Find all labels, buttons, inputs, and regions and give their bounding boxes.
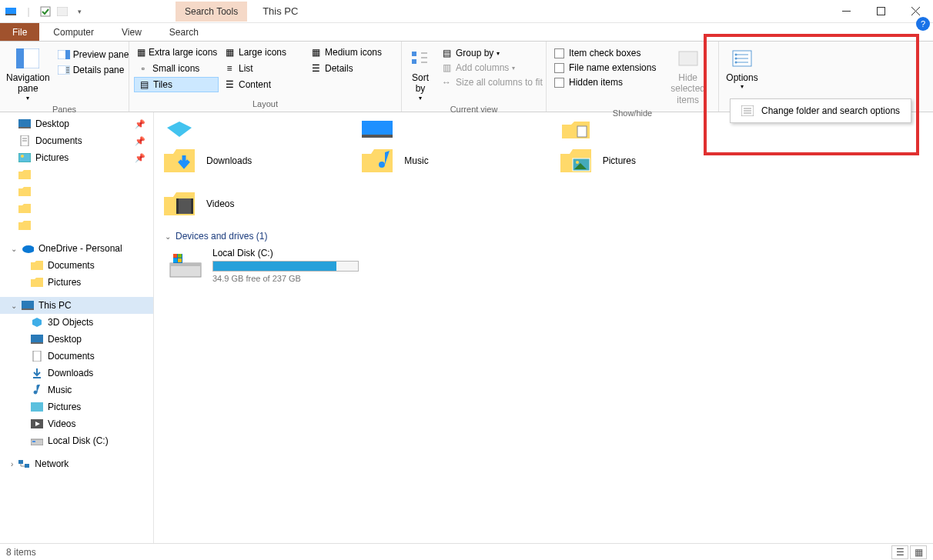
nav-onedrive-documents[interactable]: Documents — [0, 257, 153, 274]
layout-extra-large[interactable]: ▦Extra large icons — [134, 45, 219, 60]
qat-dropdown-icon[interactable]: ▾ — [72, 5, 86, 18]
nav-local-disk[interactable]: Local Disk (C:) — [0, 432, 153, 449]
layout-tiles[interactable]: ▤Tiles — [134, 77, 219, 92]
small-icon: ▫ — [137, 62, 149, 75]
svg-rect-30 — [18, 127, 31, 128]
layout-content[interactable]: ☰Content — [220, 77, 305, 92]
svg-point-36 — [22, 245, 34, 253]
dropdown-icon: ▾ — [497, 50, 500, 57]
minimize-button[interactable] — [829, 0, 864, 23]
svg-point-35 — [21, 155, 24, 158]
svg-rect-38 — [22, 308, 34, 310]
nav-onedrive[interactable]: ⌄OneDrive - Personal — [0, 240, 153, 257]
large-icon: ▦ — [223, 46, 236, 58]
folder-tile-partial-1[interactable] — [162, 117, 354, 138]
item-check-boxes-checkbox[interactable]: Item check boxes — [551, 46, 659, 60]
properties-icon[interactable] — [38, 5, 52, 18]
tiles-icon: ▤ — [138, 78, 150, 91]
help-icon[interactable]: ? — [916, 17, 930, 31]
preview-pane-icon — [58, 48, 70, 61]
nav-downloads-pc[interactable]: Downloads — [0, 365, 153, 382]
hide-selected-label: Hide selected items — [664, 72, 712, 105]
qat-separator: | — [22, 5, 35, 18]
tab-view[interactable]: View — [108, 23, 156, 41]
content-area: Downloads Music Pictures Videos ⌄ Device… — [154, 112, 933, 543]
svg-rect-15 — [412, 52, 416, 56]
nav-pane-label: Navigation pane — [6, 72, 50, 95]
title-bar: | ▾ Search Tools This PC — [0, 0, 933, 23]
pin-icon: 📌 — [135, 119, 145, 129]
preview-pane-button[interactable]: Preview pane — [55, 48, 132, 62]
tab-computer[interactable]: Computer — [39, 23, 108, 41]
svg-rect-52 — [362, 121, 393, 135]
nav-videos-pc[interactable]: Videos — [0, 415, 153, 432]
tab-search[interactable]: Search — [156, 23, 212, 41]
nav-onedrive-pictures[interactable]: Pictures — [0, 274, 153, 291]
svg-rect-58 — [176, 198, 179, 214]
file-extensions-checkbox[interactable]: File name extensions — [551, 61, 659, 75]
layout-details[interactable]: ☰Details — [306, 61, 391, 76]
nav-folder-2[interactable] — [0, 183, 153, 200]
checkbox-icon — [554, 48, 564, 58]
nav-this-pc[interactable]: ⌄This PC — [0, 297, 153, 314]
svg-rect-53 — [362, 135, 393, 138]
drive-tile-local-disk[interactable]: Local Disk (C:) 34.9 GB free of 237 GB — [168, 248, 927, 283]
add-columns-icon: ▥ — [440, 62, 453, 74]
details-pane-button[interactable]: Details pane — [55, 63, 132, 77]
chevron-icon: › — [11, 460, 13, 468]
nav-network[interactable]: ›Network — [0, 455, 153, 472]
folder-icon — [31, 259, 43, 272]
nav-documents-pc[interactable]: Documents — [0, 348, 153, 365]
folder-tile-partial-3[interactable] — [558, 117, 751, 138]
tab-file[interactable]: File — [0, 23, 39, 41]
nav-pictures[interactable]: Pictures📌 — [0, 149, 153, 166]
svg-rect-50 — [25, 464, 29, 468]
hidden-items-checkbox[interactable]: Hidden items — [551, 75, 659, 89]
nav-documents[interactable]: Documents📌 — [0, 132, 153, 149]
group-by-button[interactable]: ▤Group by▾ — [437, 46, 546, 60]
preview-pane-label: Preview pane — [73, 49, 129, 60]
section-devices-drives[interactable]: ⌄ Devices and drives (1) — [165, 231, 927, 242]
contextual-tab-search-tools[interactable]: Search Tools — [176, 2, 247, 22]
view-details-toggle[interactable]: ☰ — [891, 545, 908, 559]
pictures-icon — [18, 152, 31, 164]
svg-marker-39 — [32, 318, 42, 327]
options-label: Options — [726, 72, 757, 83]
layout-small[interactable]: ▫Small icons — [134, 61, 219, 76]
nav-folder-1[interactable] — [0, 166, 153, 183]
list-icon: ≡ — [223, 62, 236, 75]
nav-folder-4[interactable] — [0, 217, 153, 234]
nav-music-pc[interactable]: Music — [0, 382, 153, 398]
nav-desktop[interactable]: Desktop📌 — [0, 115, 153, 132]
maximize-button[interactable] — [864, 0, 898, 23]
folder-tile-partial-2[interactable] — [359, 117, 552, 138]
sort-by-button[interactable]: Sort by ▾ — [406, 45, 434, 103]
onedrive-icon — [22, 242, 34, 255]
nav-desktop-pc[interactable]: Desktop — [0, 331, 153, 348]
folder-tile-videos[interactable]: Videos — [162, 183, 354, 225]
hide-selected-button: Hide selected items — [662, 45, 714, 107]
svg-rect-5 — [878, 8, 885, 15]
downloads-icon — [31, 367, 43, 379]
layout-medium[interactable]: ▦Medium icons — [306, 45, 391, 60]
layout-list[interactable]: ≡List — [220, 61, 305, 76]
layout-large[interactable]: ▦Large icons — [220, 45, 305, 60]
nav-3d-objects[interactable]: 3D Objects — [0, 314, 153, 331]
svg-rect-7 — [16, 48, 24, 68]
options-button[interactable]: Options ▾ — [724, 45, 761, 98]
drive-name: Local Disk (C:) — [212, 248, 359, 258]
disk-icon — [31, 435, 43, 447]
ribbon-group-show-hide: Item check boxes File name extensions Hi… — [547, 42, 719, 112]
nav-pictures-pc[interactable]: Pictures — [0, 398, 153, 415]
new-folder-icon[interactable] — [55, 5, 69, 18]
quick-access-toolbar: | ▾ — [0, 5, 91, 18]
folder-tile-downloads[interactable]: Downloads — [162, 140, 354, 182]
folder-tile-music[interactable]: Music — [359, 140, 552, 182]
folder-tile-pictures[interactable]: Pictures — [558, 140, 751, 182]
nav-folder-3[interactable] — [0, 200, 153, 217]
view-tiles-toggle[interactable]: ▦ — [910, 545, 927, 559]
folder-icon — [18, 185, 31, 198]
navigation-pane-button[interactable]: Navigation pane ▾ — [5, 45, 52, 103]
change-folder-options-item[interactable]: Change folder and search options — [738, 104, 903, 118]
svg-rect-17 — [679, 52, 697, 65]
